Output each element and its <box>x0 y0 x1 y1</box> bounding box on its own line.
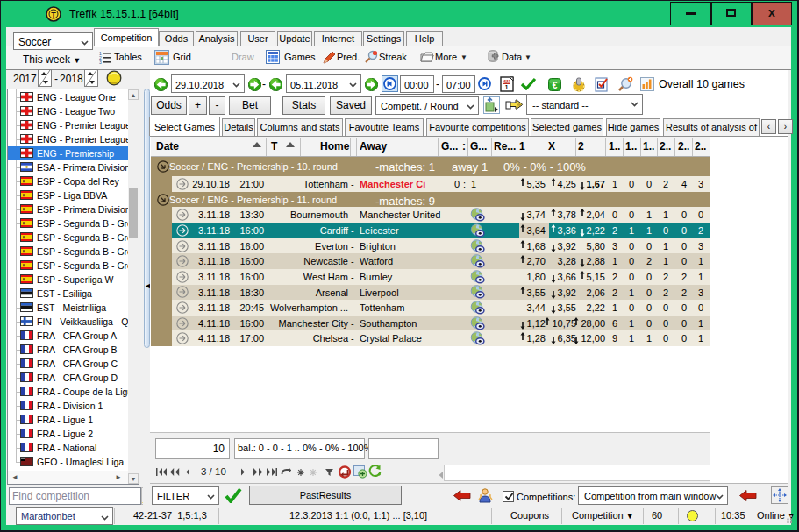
svg-text:3: 3 <box>99 60 102 64</box>
svg-text:T: T <box>51 11 56 19</box>
svg-text:€: € <box>553 81 558 90</box>
svg-text:1: 1 <box>505 84 509 90</box>
